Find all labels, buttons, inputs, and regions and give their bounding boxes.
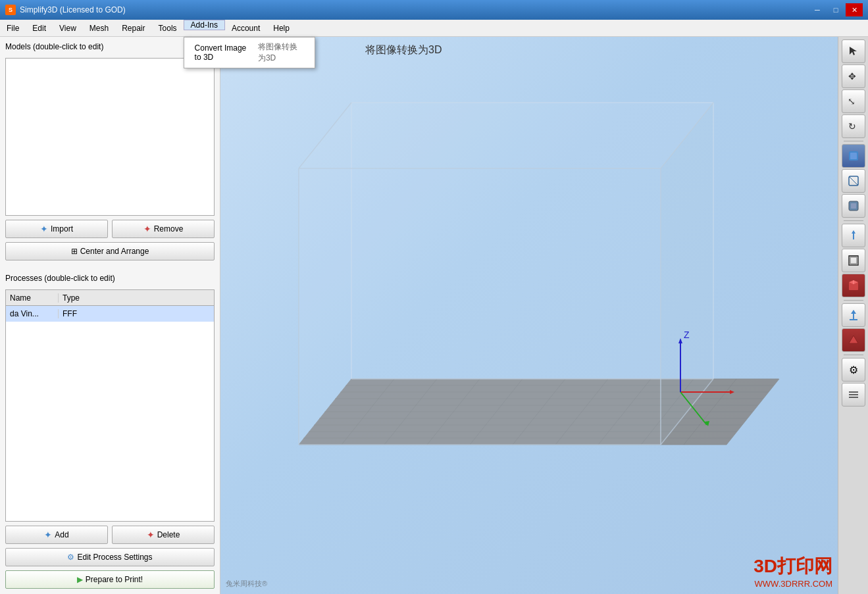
import-label: Import [51,224,73,234]
z-axis-icon [848,230,859,241]
rotate-icon: ↻ [848,120,859,132]
title-bar-left: S Simplify3D (Licensed to GOD) [5,5,126,15]
proc-cell-name: da Vin... [6,309,59,318]
models-list [5,58,215,216]
title-bar-controls: ─ □ ✕ [809,3,863,16]
divider [5,264,215,270]
solid-view-icon [848,150,859,162]
bottom-watermark: 兔米周科技® [226,579,267,589]
title-bar: S Simplify3D (Licensed to GOD) ─ □ ✕ [0,0,868,20]
proc-header-type: Type [59,293,84,303]
solid-view-button[interactable] [842,144,865,168]
menu-account[interactable]: Account [225,20,267,36]
menu-addins[interactable]: Add-Ins [184,20,225,30]
delete-process-icon: ✦ [147,530,155,540]
close-button[interactable]: ✕ [846,3,863,16]
convert-image-label: Convert Image to 3D [195,43,253,62]
addins-dropdown: Convert Image to 3D 将图像转换为3D [184,37,315,68]
toolbar-separator-3 [844,300,863,301]
remove-label: Remove [154,224,184,234]
center-arrange-button[interactable]: ⊞ Center and Arrange [5,242,215,260]
prepare-icon: ▶ [77,575,83,584]
svg-text:✥: ✥ [848,71,856,82]
svg-rect-53 [851,203,856,209]
move-icon: ✥ [848,70,859,82]
viewport[interactable]: Z 将图像转换为3D 3D打印网 WWW.3DRRR.COM 兔米周科技® [220,37,838,594]
svg-marker-63 [851,310,856,314]
layers-button[interactable] [842,383,865,407]
scale-tool-button[interactable]: ⤡ [842,89,865,113]
center-arrange-label: Center and Arrange [80,247,149,256]
toolbar-separator-1 [844,141,863,141]
svg-marker-55 [852,230,855,234]
wire-view-button[interactable] [842,169,865,193]
menu-mesh[interactable]: Mesh [83,20,115,36]
process-row[interactable]: da Vin... FFF [6,306,214,322]
toolbar-separator-2 [844,220,863,221]
edit-process-icon: ⚙ [67,553,74,562]
chinese-viewport-label: 将图像转换为3D [365,43,442,57]
svg-marker-34 [299,103,713,168]
svg-rect-58 [850,257,857,264]
menu-edit[interactable]: Edit [26,20,53,36]
move-tool-button[interactable]: ✥ [842,64,865,88]
svg-marker-35 [299,168,661,445]
left-panel: Models (double-click to edit) ✦ Import ✦… [0,37,220,594]
delete-process-button[interactable]: ✦ Delete [112,526,215,544]
watermark: 3D打印网 WWW.3DRRR.COM [753,554,832,589]
menu-file[interactable]: File [0,20,26,36]
watermark-logo: 3D打印网 [753,554,832,579]
maximize-button[interactable]: □ [827,3,844,16]
remove-button[interactable]: ✦ Remove [112,220,215,238]
svg-rect-49 [850,153,857,159]
processes-header: Name Type [6,290,214,306]
settings-icon: ⚙ [849,364,858,376]
import-button[interactable]: ✦ Import [5,220,108,238]
scale-icon: ⤡ [848,95,859,107]
axis-up-icon [848,309,859,321]
rotate-tool-button[interactable]: ↻ [842,114,865,138]
marker-tool-button[interactable] [842,328,865,352]
watermark-url: WWW.3DRRR.COM [753,579,832,589]
center-icon: ⊞ [71,247,78,256]
svg-text:↻: ↻ [848,121,856,132]
settings-button[interactable]: ⚙ [842,358,865,382]
delete-process-label: Delete [157,530,180,539]
convert-image-3d-item[interactable]: Convert Image to 3D 将图像转换为3D [184,37,315,68]
select-icon [848,45,859,57]
shaded-view-button[interactable] [842,194,865,218]
menu-view[interactable]: View [53,20,83,36]
add-process-button[interactable]: ✦ Add [5,526,108,544]
select-tool-button[interactable] [842,39,865,63]
scene-svg: Z [220,37,838,594]
iso-view-icon [848,280,859,291]
models-button-row: ✦ Import ✦ Remove [5,220,215,238]
minimize-button[interactable]: ─ [809,3,826,16]
main-layout: Models (double-click to edit) ✦ Import ✦… [0,37,868,594]
right-toolbar: ✥ ⤡ ↻ [838,37,868,594]
menu-repair[interactable]: Repair [115,20,151,36]
processes-section-label: Processes (double-click to edit) [5,274,215,283]
wire-view-icon [848,175,859,187]
convert-image-chinese: 将图像转换为3D [258,41,304,64]
shaded-view-icon [848,200,859,212]
menu-tools[interactable]: Tools [152,20,184,36]
edit-process-label: Edit Process Settings [77,553,152,562]
svg-text:Z: Z [684,330,690,340]
edit-process-settings-button[interactable]: ⚙ Edit Process Settings [5,548,215,566]
iso-view-button[interactable] [842,274,865,297]
axis-up-button[interactable] [842,303,865,327]
proc-cell-type: FFF [59,309,81,318]
z-axis-button[interactable] [842,224,865,247]
process-button-row: ✦ Add ✦ Delete [5,526,215,544]
prepare-print-label: Prepare to Print! [86,575,143,584]
svg-text:⤡: ⤡ [848,96,855,107]
home-view-button[interactable] [842,249,865,272]
layers-icon [848,389,859,401]
prepare-print-button[interactable]: ▶ Prepare to Print! [5,570,215,589]
home-view-icon [848,255,859,266]
menu-bar: File Edit View Mesh Repair Tools Add-Ins… [0,20,868,37]
svg-marker-65 [849,335,858,343]
menu-help[interactable]: Help [267,20,296,36]
app-icon: S [5,5,16,15]
